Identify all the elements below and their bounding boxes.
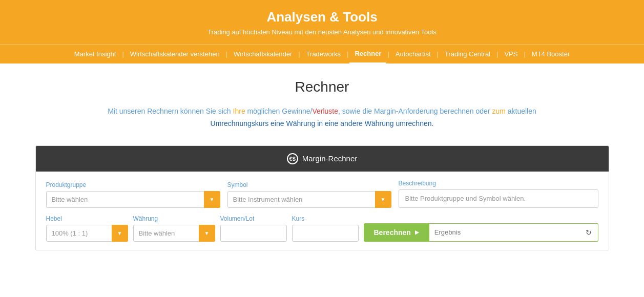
produktgruppe-select[interactable]: Bitte wählen (46, 191, 220, 208)
symbol-group: Symbol Bitte Instrument wählen ▼ (227, 181, 391, 208)
nav-divider-1: | (121, 50, 124, 58)
nav-item-vps[interactable]: VPS (499, 45, 523, 63)
intro-part-6: zum (492, 107, 505, 115)
nav-item-tradeworks[interactable]: Tradeworks (301, 45, 346, 63)
volumen-input[interactable] (220, 225, 287, 242)
nav-divider-3: | (297, 50, 301, 58)
produktgruppe-group: Produktgruppe Bitte wählen ▼ (46, 181, 220, 208)
nav-divider-8: | (523, 50, 526, 58)
produktgruppe-select-wrapper: Bitte wählen ▼ (46, 191, 220, 208)
hebel-label: Hebel (46, 215, 128, 222)
nav-divider-5: | (386, 50, 390, 58)
symbol-select[interactable]: Bitte Instrument wählen (227, 191, 391, 208)
ergebnis-input[interactable] (429, 223, 580, 242)
calc-header-label: Margin-Rechner (302, 154, 358, 163)
nav-item-market-insight[interactable]: Market Insight (69, 45, 121, 63)
wahrung-label: Währung (133, 215, 215, 222)
intro-part-4: Verluste (312, 107, 338, 115)
produktgruppe-label: Produktgruppe (46, 181, 220, 188)
beschreibung-group: Beschreibung Bitte Produktgruppe und Sym… (399, 180, 598, 208)
header-banner: Analysen & Tools Trading auf höchsten Ni… (0, 0, 644, 44)
nav-item-autochartist[interactable]: Autochartist (390, 45, 436, 63)
symbol-select-wrapper: Bitte Instrument wählen ▼ (227, 191, 391, 208)
hebel-select[interactable]: 100% (1 : 1) (46, 225, 128, 242)
form-row-1: Produktgruppe Bitte wählen ▼ Symbol Bitt… (46, 180, 598, 208)
beschreibung-label: Beschreibung (399, 180, 598, 187)
nav-item-trading-central[interactable]: Trading Central (440, 45, 495, 63)
page-title: Rechner (35, 79, 609, 95)
nav-item-mt4-booster[interactable]: MT4 Booster (527, 45, 575, 63)
refresh-icon[interactable]: ↻ (580, 223, 598, 242)
page-content: Rechner Mit unseren Rechnern können Sie … (25, 63, 619, 261)
calculator-section: €$ Margin-Rechner Produktgruppe Bitte wä… (35, 145, 609, 250)
hebel-group: Hebel 100% (1 : 1) ▼ (46, 215, 128, 242)
form-row-2: Hebel 100% (1 : 1) ▼ Währung Bitte wähle… (46, 215, 598, 242)
header-title: Analysen & Tools (10, 9, 634, 25)
intro-part-7: aktuellen (506, 107, 536, 115)
wahrung-select-wrapper: Bitte wählen ▼ (133, 225, 215, 242)
intro-part-1: Mit unseren Rechnern können Sie sich (108, 107, 233, 115)
intro-text: Mit unseren Rechnern können Sie sich Ihr… (35, 105, 609, 130)
calc-icon: €$ (287, 153, 298, 164)
ergebnis-wrapper: ↻ (429, 223, 598, 242)
nav-bar: Market Insight | Wirtschaftskalender ver… (0, 44, 644, 63)
calc-body: Produktgruppe Bitte wählen ▼ Symbol Bitt… (36, 172, 609, 250)
intro-part-5: , sowie die Margin-Anforderung berechnen… (338, 107, 492, 115)
nav-item-rechner[interactable]: Rechner (349, 45, 386, 63)
nav-divider-4: | (346, 50, 349, 58)
symbol-label: Symbol (227, 181, 391, 188)
berechnen-ergebnis-wrapper: Berechnen ↻ (364, 223, 598, 242)
intro-part-3: möglichen Gewinne/ (245, 107, 313, 115)
header-subtitle: Trading auf höchsten Niveau mit den neus… (10, 28, 634, 36)
kurs-input[interactable] (292, 225, 359, 242)
volumen-group: Volumen/Lot (220, 215, 287, 242)
wahrung-group: Währung Bitte wählen ▼ (133, 215, 215, 242)
nav-item-wirtschaftskalender-verstehen[interactable]: Wirtschaftskalender verstehen (125, 45, 225, 63)
kurs-group: Kurs (292, 215, 359, 242)
nav-divider-2: | (225, 50, 228, 58)
berechnen-button[interactable]: Berechnen (364, 223, 429, 242)
calc-header: €$ Margin-Rechner (36, 146, 609, 172)
beschreibung-placeholder: Bitte Produktgruppe und Symbol wählen. (405, 195, 526, 202)
volumen-label: Volumen/Lot (220, 215, 287, 222)
beschreibung-box: Bitte Produktgruppe und Symbol wählen. (399, 189, 598, 208)
wahrung-select[interactable]: Bitte wählen (133, 225, 215, 242)
hebel-select-wrapper: 100% (1 : 1) ▼ (46, 225, 128, 242)
nav-divider-7: | (495, 50, 499, 58)
kurs-label: Kurs (292, 215, 359, 222)
intro-line2: Umrechnungskurs eine Währung in eine and… (211, 119, 434, 128)
nav-divider-6: | (436, 50, 440, 58)
intro-part-2: Ihre (233, 107, 245, 115)
nav-item-wirtschaftskalender[interactable]: Wirtschaftskalender (228, 45, 297, 63)
